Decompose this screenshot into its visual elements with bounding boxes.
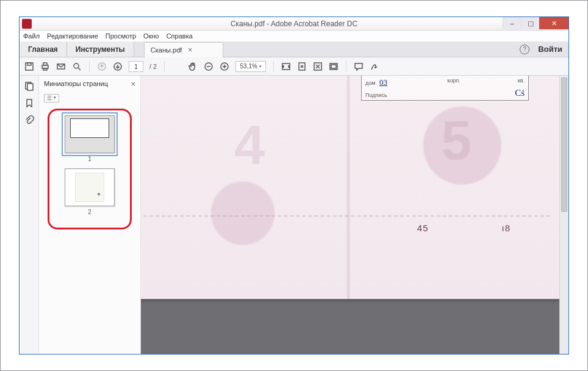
thumbnail-2[interactable]: 2 [54,168,125,215]
svg-rect-1 [27,63,31,65]
actual-size-icon[interactable] [313,62,323,71]
attachment-rail-icon[interactable] [24,115,35,126]
menu-window[interactable]: Окно [143,32,159,40]
svg-rect-3 [43,63,47,65]
search-icon[interactable] [72,62,82,71]
thumbnail-1-image [65,115,115,153]
thumbnail-2-image [65,168,115,206]
menu-view[interactable]: Просмотр [106,32,136,40]
scrollbar-thumb[interactable] [561,77,567,212]
mail-icon[interactable] [56,62,66,71]
tab-document-label: Сканы.pdf [151,46,182,54]
maximize-button[interactable]: ▢ [521,17,539,29]
page-number-input[interactable] [129,61,143,72]
vertical-scrollbar[interactable] [559,76,568,354]
tab-close-icon[interactable]: × [188,46,192,54]
app-icon [22,19,32,29]
hand-icon[interactable] [188,62,198,71]
thumbnail-panel-close-icon[interactable]: × [131,79,135,88]
svg-rect-4 [43,68,47,70]
zoom-in-icon[interactable] [220,62,229,71]
menubar: Файл Редактирование Просмотр Окно Справк… [20,31,568,41]
tab-main[interactable]: Главная [20,41,67,57]
stamp-box: дом 03 корп. кв. Подпись Cś [361,76,529,101]
sign-icon[interactable] [370,62,379,71]
bookmark-rail-icon[interactable] [24,98,35,109]
window-title: Сканы.pdf - Adobe Acrobat Reader DC [231,20,357,28]
svg-point-6 [74,63,79,68]
page-total: / 2 [149,63,157,70]
document-area[interactable]: 4 5 дом 03 корп. кв. Подпись Cś [141,76,568,354]
thumbnail-1[interactable]: 1 [54,115,125,162]
watermark-5: 5 [441,109,471,172]
thumbnail-panel: Миниатюры страниц × ☰ 1 2 [39,76,141,354]
fit-width-icon[interactable] [281,62,291,71]
dashed-line [141,215,550,217]
thumbnail-1-label: 1 [88,156,91,162]
help-icon[interactable]: ? [520,45,529,54]
minimize-button[interactable]: – [503,17,521,29]
page-down-icon[interactable] [113,62,123,71]
titlebar: Сканы.pdf - Adobe Acrobat Reader DC – ▢ … [20,17,568,31]
watermark-4: 4 [234,114,265,177]
tab-tools[interactable]: Инструменты [67,41,134,57]
svg-rect-15 [331,65,336,68]
menu-edit[interactable]: Редактирование [47,32,98,40]
print-icon[interactable] [40,62,50,71]
menu-help[interactable]: Справка [167,32,193,40]
zoom-select[interactable]: 53,1% [235,61,266,72]
window-controls: – ▢ ✕ [503,17,568,30]
svg-rect-0 [26,63,33,70]
zoom-out-icon[interactable] [204,62,213,71]
page-numbers: 45 ı8 [417,223,511,233]
thumbnails-rail-icon[interactable] [24,81,35,92]
save-icon[interactable] [24,62,34,71]
page-up-icon[interactable] [97,62,107,71]
pointer-icon[interactable] [172,62,182,71]
toolbar: / 2 53,1% [20,57,568,76]
left-rail [20,76,39,354]
page-view: 4 5 дом 03 корп. кв. Подпись Cś [141,76,559,299]
tabs-row: Главная Инструменты Сканы.pdf × ? Войти [20,41,568,57]
tab-document[interactable]: Сканы.pdf × [144,42,223,57]
thumbnail-options-button[interactable]: ☰ [44,94,59,103]
comment-icon[interactable] [354,62,364,71]
close-button[interactable]: ✕ [539,17,568,29]
thumbnail-highlight: 1 2 [48,109,132,229]
fit-page-icon[interactable] [297,62,307,71]
app-window: Сканы.pdf - Adobe Acrobat Reader DC – ▢ … [19,16,569,355]
read-mode-icon[interactable] [329,62,339,71]
svg-rect-17 [27,84,33,90]
thumbnail-panel-title: Миниатюры страниц [44,80,108,87]
thumbnail-2-label: 2 [88,209,91,215]
menu-file[interactable]: Файл [23,32,40,40]
body-area: Миниатюры страниц × ☰ 1 2 [20,76,568,354]
login-button[interactable]: Войти [538,45,562,54]
